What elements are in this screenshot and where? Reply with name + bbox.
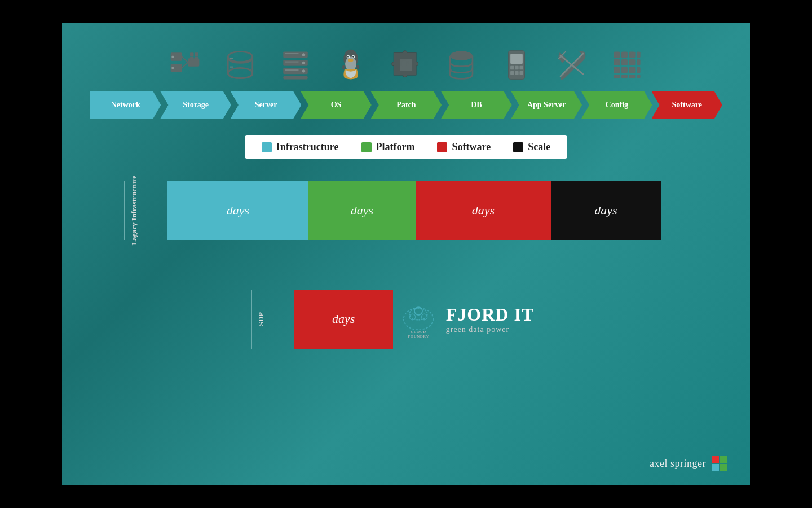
svg-rect-10 bbox=[195, 57, 198, 60]
legend: Infrastructure Platform Software Scale bbox=[245, 135, 567, 159]
icons-row bbox=[90, 45, 722, 85]
pipeline-config: Config bbox=[581, 91, 652, 119]
axel-springer-branding: axel springer bbox=[650, 456, 727, 471]
svg-rect-4 bbox=[171, 67, 174, 69]
bar-infra: days bbox=[167, 181, 308, 240]
svg-rect-48 bbox=[621, 51, 628, 58]
svg-point-35 bbox=[450, 51, 473, 60]
legend-infrastructure: Infrastructure bbox=[262, 141, 339, 153]
bar-platform: days bbox=[308, 181, 416, 240]
sdp-row: SDP days CLOUD FOUNDRY bbox=[251, 290, 534, 349]
svg-line-5 bbox=[182, 57, 188, 63]
legend-color-platform bbox=[361, 142, 372, 152]
pipeline-network: Network bbox=[90, 91, 161, 119]
pipeline-db: DB bbox=[441, 91, 511, 119]
vertical-divider bbox=[124, 181, 125, 240]
pipeline-server: Server bbox=[231, 91, 301, 119]
svg-rect-42 bbox=[515, 71, 518, 75]
svg-rect-55 bbox=[614, 67, 620, 73]
pipeline-os: OS bbox=[301, 91, 371, 119]
legend-scale: Scale bbox=[513, 141, 550, 153]
svg-point-31 bbox=[347, 56, 349, 58]
legacy-bars: days days days days bbox=[167, 181, 661, 240]
axel-springer-logo bbox=[712, 456, 727, 471]
svg-rect-43 bbox=[519, 71, 523, 75]
axel-logo-cell-red bbox=[712, 456, 719, 463]
svg-text:FOUNDRY: FOUNDRY bbox=[408, 334, 429, 339]
legend-color-scale bbox=[513, 142, 523, 152]
svg-point-14 bbox=[228, 68, 253, 78]
sdp-bar: days bbox=[294, 290, 393, 349]
bar-scale: days bbox=[551, 181, 661, 240]
svg-rect-20 bbox=[283, 76, 308, 79]
svg-rect-37 bbox=[510, 54, 523, 64]
svg-point-63 bbox=[404, 308, 434, 330]
server-icon bbox=[273, 45, 318, 85]
db-icon bbox=[439, 45, 484, 85]
fjord-brand: FJORD IT green data power bbox=[446, 304, 534, 334]
network-icon bbox=[162, 45, 208, 85]
os-icon bbox=[328, 45, 373, 85]
svg-rect-56 bbox=[621, 67, 628, 73]
svg-rect-51 bbox=[614, 59, 620, 65]
svg-rect-7 bbox=[190, 52, 193, 56]
pipeline-software: Software bbox=[652, 91, 722, 119]
svg-rect-47 bbox=[614, 51, 620, 58]
app-server-icon bbox=[494, 45, 539, 85]
legend-color-software bbox=[437, 142, 447, 152]
svg-point-33 bbox=[348, 59, 353, 62]
svg-line-6 bbox=[182, 62, 188, 68]
legend-platform: Platform bbox=[361, 141, 415, 153]
software-icon bbox=[604, 45, 650, 85]
bar-software: days bbox=[416, 181, 551, 240]
svg-point-22 bbox=[302, 62, 305, 64]
svg-rect-58 bbox=[637, 67, 640, 73]
sdp-label: SDP bbox=[257, 312, 288, 326]
svg-rect-57 bbox=[629, 67, 636, 73]
svg-rect-61 bbox=[629, 75, 636, 78]
svg-rect-39 bbox=[515, 66, 518, 69]
svg-rect-38 bbox=[510, 66, 514, 69]
axel-logo-cell-teal bbox=[712, 464, 719, 471]
legacy-label: Lagacy Infrastructure bbox=[130, 176, 161, 246]
svg-rect-3 bbox=[171, 56, 174, 58]
legend-color-infrastructure bbox=[262, 142, 272, 152]
pipeline-patch: Patch bbox=[371, 91, 442, 119]
svg-point-21 bbox=[302, 53, 305, 56]
svg-rect-54 bbox=[637, 59, 640, 65]
svg-rect-8 bbox=[195, 52, 198, 56]
pipeline-app-server: App Server bbox=[511, 91, 582, 119]
svg-point-32 bbox=[352, 56, 354, 58]
svg-rect-53 bbox=[629, 59, 636, 65]
legend-software: Software bbox=[437, 141, 491, 153]
svg-rect-40 bbox=[519, 66, 523, 69]
svg-rect-41 bbox=[510, 71, 514, 75]
svg-rect-59 bbox=[614, 75, 620, 78]
chart-section: Lagacy Infrastructure days days days day… bbox=[124, 176, 722, 349]
sdp-divider bbox=[251, 290, 252, 349]
slide: Network Storage Server OS Patch DB App S… bbox=[62, 23, 750, 485]
svg-rect-9 bbox=[190, 57, 193, 60]
storage-icon bbox=[218, 45, 263, 85]
svg-rect-50 bbox=[637, 51, 640, 58]
svg-point-23 bbox=[302, 69, 305, 72]
legacy-row: Lagacy Infrastructure days days days day… bbox=[124, 176, 661, 246]
svg-rect-62 bbox=[637, 75, 640, 78]
svg-rect-60 bbox=[621, 75, 628, 78]
svg-rect-52 bbox=[621, 59, 628, 65]
svg-point-11 bbox=[228, 51, 253, 62]
patch-icon bbox=[383, 45, 429, 85]
config-icon bbox=[549, 45, 594, 85]
cloud-foundry-icon: CLOUD FOUNDRY bbox=[399, 299, 438, 339]
pipeline: Network Storage Server OS Patch DB App S… bbox=[90, 91, 722, 119]
svg-rect-49 bbox=[629, 51, 636, 58]
svg-text:CLOUD: CLOUD bbox=[411, 330, 426, 334]
axel-logo-cell-green2 bbox=[720, 464, 727, 471]
sdp-logo: CLOUD FOUNDRY FJORD IT green data power bbox=[399, 299, 534, 339]
pipeline-storage: Storage bbox=[160, 91, 231, 119]
axel-logo-cell-green1 bbox=[720, 456, 727, 463]
